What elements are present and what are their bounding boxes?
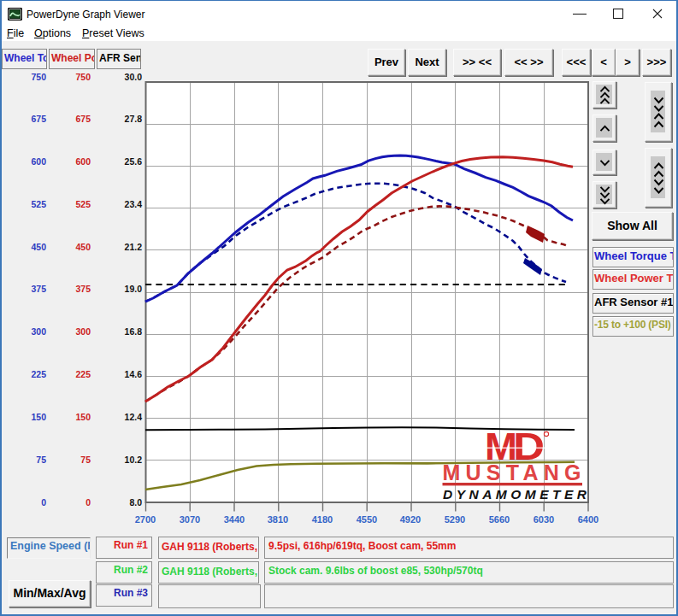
svg-text:DYNAMOMETER: DYNAMOMETER bbox=[443, 487, 587, 502]
